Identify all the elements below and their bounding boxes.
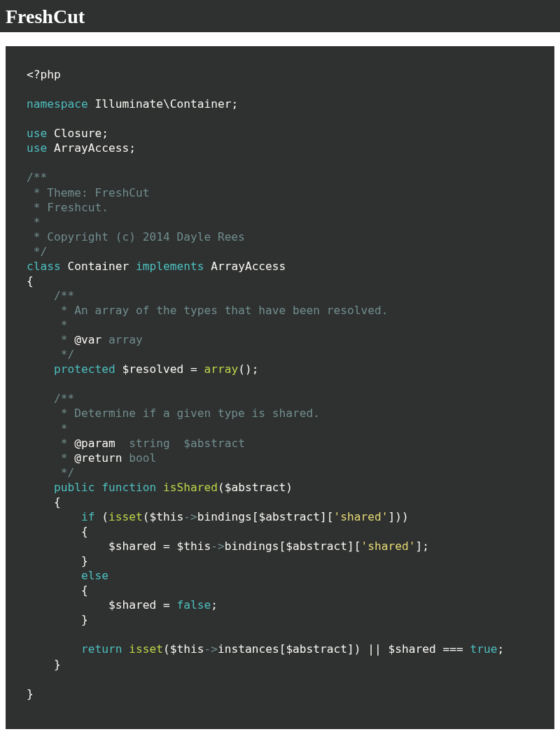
code-line: }	[27, 658, 61, 671]
code-line: $shared = $this->bindings[$abstract]['sh…	[27, 539, 429, 553]
code-line: *	[27, 422, 67, 435]
code-line: public function isShared($abstract)	[27, 481, 293, 494]
code-line: */	[27, 466, 74, 479]
code-line: *	[27, 216, 41, 229]
code-line: $shared = false;	[27, 598, 218, 612]
code-line: protected $resolved = array();	[27, 362, 258, 376]
code-line: {	[27, 584, 88, 597]
code-line: */	[27, 245, 47, 258]
code-line: }	[27, 613, 88, 626]
code-line: */	[27, 348, 74, 361]
code-line: <?php	[27, 68, 61, 81]
code-line: class Container implements ArrayAccess	[27, 260, 286, 273]
code-line: * @return bool	[27, 451, 156, 465]
code-line: * An array of the types that have been r…	[27, 304, 388, 317]
code-line: use ArrayAccess;	[27, 141, 136, 155]
code-line: /**	[27, 392, 74, 405]
code-line: * Determine if a given type is shared.	[27, 407, 320, 420]
code-line: *	[27, 318, 67, 332]
code-line: namespace Illuminate\Container;	[27, 97, 238, 111]
code-line: /**	[27, 171, 47, 184]
code-line: {	[27, 525, 88, 538]
code-line: }	[27, 687, 34, 700]
code-line: * @var array	[27, 333, 143, 346]
page-title: FreshCut	[6, 6, 554, 28]
code-line: {	[27, 495, 61, 509]
code-line: }	[27, 554, 88, 567]
code-line: /**	[27, 289, 74, 302]
header: FreshCut	[0, 6, 560, 32]
window-top-bar	[0, 0, 560, 6]
code-line: * Freshcut.	[27, 201, 108, 214]
code-block: <?php namespace Illuminate\Container; us…	[6, 46, 554, 729]
code-line: {	[27, 274, 34, 288]
code-line: if (isset($this->bindings[$abstract]['sh…	[27, 510, 409, 523]
code-line: * Copyright (c) 2014 Dayle Rees	[27, 230, 245, 244]
code-line: * Theme: FreshCut	[27, 186, 149, 199]
code-line: else	[27, 569, 108, 582]
code-line: use Closure;	[27, 127, 108, 140]
code-line: return isset($this->instances[$abstract]…	[27, 642, 504, 656]
code-line: * @param string $abstract	[27, 437, 245, 450]
content-wrap: <?php namespace Illuminate\Container; us…	[0, 32, 560, 734]
